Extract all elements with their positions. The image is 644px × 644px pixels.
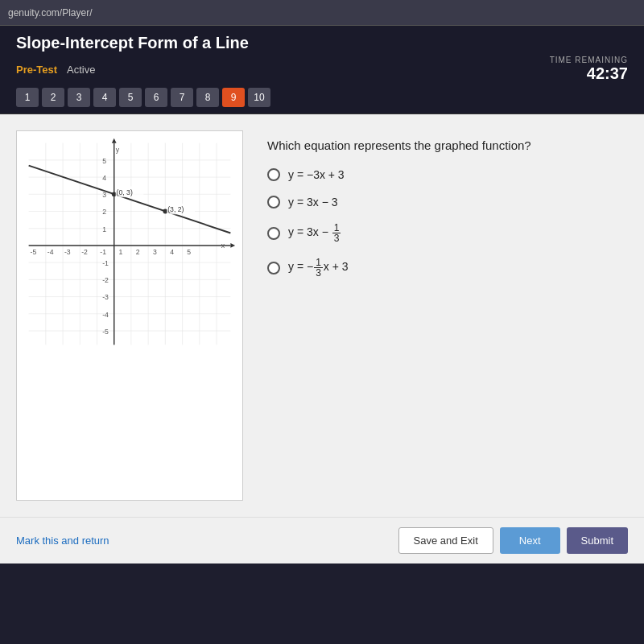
svg-text:y: y xyxy=(116,146,120,154)
active-label: Active xyxy=(67,64,95,76)
svg-marker-54 xyxy=(230,243,235,248)
option-b[interactable]: y = 3x − 3 xyxy=(267,196,628,208)
radio-d[interactable] xyxy=(267,262,280,275)
screen: Slope-Intercept Form of a Line Pre-Test … xyxy=(0,26,644,644)
footer: Mark this and return Save and Exit Next … xyxy=(0,517,644,564)
nav-btn-8[interactable]: 8 xyxy=(196,88,219,107)
option-a-label: y = −3x + 3 xyxy=(288,168,345,181)
time-value: 42:37 xyxy=(550,64,628,83)
nav-btn-4[interactable]: 4 xyxy=(93,88,116,107)
option-d-label: y = −13x + 3 xyxy=(288,258,349,278)
option-b-label: y = 3x − 3 xyxy=(288,196,337,208)
svg-text:-5: -5 xyxy=(31,249,37,257)
nav-btn-7[interactable]: 7 xyxy=(171,88,193,107)
svg-text:2: 2 xyxy=(136,249,140,257)
next-button[interactable]: Next xyxy=(500,527,560,554)
svg-marker-55 xyxy=(112,138,117,143)
browser-url: genuity.com/Player/ xyxy=(8,7,93,19)
radio-a[interactable] xyxy=(267,168,280,181)
question-text: Which equation represents the graphed fu… xyxy=(267,138,628,152)
svg-text:-2: -2 xyxy=(81,249,88,257)
graph-container: -5 -4 -3 -2 -1 1 2 3 4 5 x 5 4 3 2 1 -1 … xyxy=(16,130,243,501)
svg-text:-1: -1 xyxy=(100,249,106,257)
svg-text:(0, 3): (0, 3) xyxy=(117,188,133,196)
radio-c[interactable] xyxy=(267,227,280,240)
graph-svg: -5 -4 -3 -2 -1 1 2 3 4 5 x 5 4 3 2 1 -1 … xyxy=(21,135,238,353)
svg-text:4: 4 xyxy=(170,249,174,257)
option-d[interactable]: y = −13x + 3 xyxy=(267,258,628,278)
svg-text:-4: -4 xyxy=(47,249,54,257)
svg-text:3: 3 xyxy=(153,249,157,257)
nav-btn-3[interactable]: 3 xyxy=(68,88,90,107)
svg-text:5: 5 xyxy=(102,157,106,165)
lesson-title: Slope-Intercept Form of a Line xyxy=(16,34,628,52)
svg-rect-0 xyxy=(29,143,231,345)
nav-btn-6[interactable]: 6 xyxy=(145,88,167,107)
footer-buttons: Save and Exit Next Submit xyxy=(398,527,628,554)
svg-text:-2: -2 xyxy=(102,276,109,284)
svg-text:1: 1 xyxy=(119,249,123,257)
time-label: TIME REMAINING xyxy=(550,56,628,64)
time-remaining-container: TIME REMAINING 42:37 xyxy=(550,56,628,83)
svg-text:-3: -3 xyxy=(64,249,71,257)
question-area: Which equation represents the graphed fu… xyxy=(267,130,628,501)
nav-btn-5[interactable]: 5 xyxy=(119,88,142,107)
nav-btn-1[interactable]: 1 xyxy=(16,88,39,107)
save-exit-button[interactable]: Save and Exit xyxy=(398,527,493,554)
option-a[interactable]: y = −3x + 3 xyxy=(267,168,628,181)
browser-bar: genuity.com/Player/ xyxy=(0,0,644,26)
header: Slope-Intercept Form of a Line Pre-Test … xyxy=(0,26,644,114)
svg-text:x: x xyxy=(221,242,225,250)
svg-text:4: 4 xyxy=(102,174,106,182)
nav-btn-10[interactable]: 10 xyxy=(248,88,270,107)
nav-btn-9[interactable]: 9 xyxy=(222,88,245,107)
svg-text:5: 5 xyxy=(187,249,191,257)
content-area: -5 -4 -3 -2 -1 1 2 3 4 5 x 5 4 3 2 1 -1 … xyxy=(0,114,644,517)
pretest-row: Pre-Test Active TIME REMAINING 42:37 xyxy=(16,56,628,83)
option-c-label: y = 3x − 13 xyxy=(288,223,341,243)
svg-text:-4: -4 xyxy=(102,311,109,319)
svg-text:(3, 2): (3, 2) xyxy=(167,205,184,213)
mark-link[interactable]: Mark this and return xyxy=(16,535,109,547)
svg-text:-3: -3 xyxy=(102,293,109,301)
svg-text:-5: -5 xyxy=(102,328,109,336)
nav-btn-2[interactable]: 2 xyxy=(42,88,64,107)
question-nav: 1 2 3 4 5 6 7 8 9 10 xyxy=(16,88,628,107)
pretest-label: Pre-Test xyxy=(16,64,57,76)
pretest-left: Pre-Test Active xyxy=(16,64,95,76)
option-c[interactable]: y = 3x − 13 xyxy=(267,223,628,243)
svg-text:1: 1 xyxy=(102,225,106,233)
submit-button[interactable]: Submit xyxy=(567,527,628,554)
svg-text:2: 2 xyxy=(102,208,106,216)
svg-text:-1: -1 xyxy=(102,259,109,267)
radio-b[interactable] xyxy=(267,196,280,208)
